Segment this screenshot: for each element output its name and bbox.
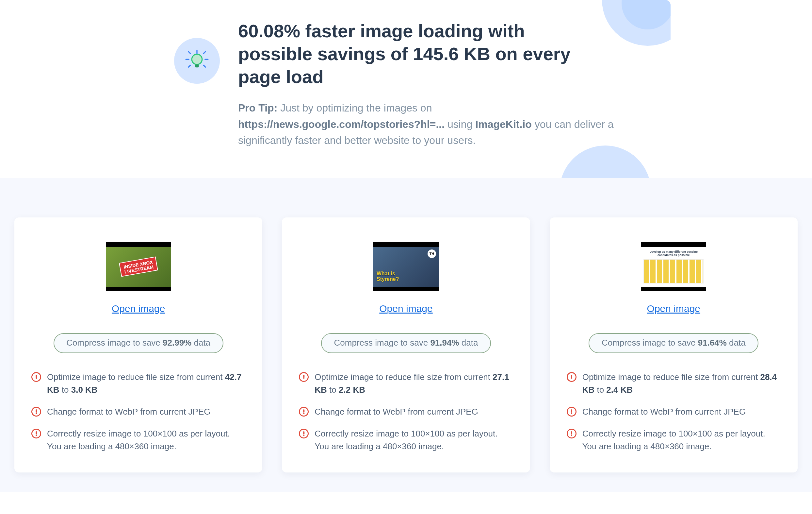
pro-tip-lead: Pro Tip: (238, 102, 277, 114)
thumbnail-caption-line: What is (377, 271, 395, 276)
pro-tip: Pro Tip: Just by optimizing the images o… (238, 100, 630, 149)
issue-fragment: to (59, 385, 71, 395)
thumbnail-source-logo: TH (428, 249, 436, 258)
results-section: INSIDE XBOX LIVESTREAM Open image Compre… (0, 178, 812, 492)
size-to: 2.2 KB (339, 385, 365, 395)
headline-savings: 145.6 KB (413, 44, 490, 64)
issue-text: Change format to WebP from current JPEG (582, 405, 746, 418)
issue-text: Correctly resize image to 100×100 as per… (582, 427, 781, 453)
image-thumbnail: TH What is Styrene? (373, 242, 439, 291)
issue-row: Correctly resize image to 100×100 as per… (299, 427, 513, 453)
image-result-card: TH What is Styrene? Open image Compress … (282, 217, 530, 472)
warning-icon (567, 372, 577, 382)
issue-row: Optimize image to reduce file size from … (31, 371, 245, 396)
svg-line-7 (188, 65, 191, 67)
svg-point-0 (192, 54, 202, 65)
pill-text: data (192, 338, 210, 348)
warning-icon (299, 372, 309, 382)
pill-percent: 92.99% (163, 338, 192, 348)
image-thumbnail: INSIDE XBOX LIVESTREAM (106, 242, 171, 291)
issue-text: Optimize image to reduce file size from … (315, 371, 513, 396)
thumbnail-badge: INSIDE XBOX LIVESTREAM (119, 257, 158, 277)
pill-percent: 91.94% (430, 338, 459, 348)
open-image-link[interactable]: Open image (31, 303, 245, 314)
warning-icon (567, 407, 577, 416)
pill-text: data (727, 338, 746, 348)
warning-icon (299, 407, 309, 416)
svg-rect-1 (195, 64, 199, 67)
image-thumbnail: Develop as many different vaccine candid… (641, 242, 706, 291)
thumbnail-title: Develop as many different vaccine candid… (643, 250, 703, 257)
pro-tip-text: using (444, 118, 475, 130)
warning-icon (31, 372, 41, 382)
pill-percent: 91.64% (698, 338, 727, 348)
thumbnail-caption-line: Styrene? (377, 276, 399, 282)
issue-text: Change format to WebP from current JPEG (47, 405, 210, 418)
pill-text: Compress image to save (66, 338, 163, 348)
compress-savings-pill: Compress image to save 91.94% data (321, 333, 491, 353)
lightbulb-icon (174, 38, 220, 84)
image-result-card: Develop as many different vaccine candid… (550, 217, 798, 472)
issue-row: Optimize image to reduce file size from … (567, 371, 781, 396)
issue-fragment: to (594, 385, 606, 395)
open-image-link[interactable]: Open image (567, 303, 781, 314)
compress-savings-pill: Compress image to save 91.64% data (588, 333, 758, 353)
issue-row: Correctly resize image to 100×100 as per… (31, 427, 245, 453)
open-image-link[interactable]: Open image (299, 303, 513, 314)
issue-row: Correctly resize image to 100×100 as per… (567, 427, 781, 453)
size-to: 3.0 KB (71, 385, 98, 395)
issue-text: Correctly resize image to 100×100 as per… (315, 427, 513, 453)
warning-icon (31, 429, 41, 438)
warning-icon (299, 429, 309, 438)
issue-text: Optimize image to reduce file size from … (47, 371, 245, 396)
image-result-card: INSIDE XBOX LIVESTREAM Open image Compre… (14, 217, 262, 472)
thumbnail-caption: What is Styrene? (377, 271, 399, 282)
pro-tip-text: Just by optimizing the images on (277, 102, 432, 114)
pill-text: Compress image to save (602, 338, 698, 348)
issue-text: Change format to WebP from current JPEG (315, 405, 478, 418)
pill-text: Compress image to save (334, 338, 431, 348)
pro-tip-url: https://news.google.com/topstories?hl=..… (238, 118, 444, 130)
issue-text: Correctly resize image to 100×100 as per… (47, 427, 245, 453)
issue-fragment: to (327, 385, 339, 395)
size-to: 2.4 KB (606, 385, 633, 395)
issue-text: Optimize image to reduce file size from … (582, 371, 781, 396)
issue-fragment: Optimize image to reduce file size from … (582, 372, 760, 382)
brand-name: ImageKit.io (475, 118, 531, 130)
issue-row: Change format to WebP from current JPEG (567, 405, 781, 418)
compress-savings-pill: Compress image to save 92.99% data (54, 333, 224, 353)
svg-line-6 (203, 52, 205, 54)
warning-icon (31, 407, 41, 416)
issue-row: Optimize image to reduce file size from … (299, 371, 513, 396)
warning-icon (567, 429, 577, 438)
decor-circle (559, 145, 651, 178)
issue-fragment: Optimize image to reduce file size from … (315, 372, 493, 382)
issue-row: Change format to WebP from current JPEG (299, 405, 513, 418)
issue-row: Change format to WebP from current JPEG (31, 405, 245, 418)
issue-fragment: Optimize image to reduce file size from … (47, 372, 225, 382)
pill-text: data (459, 338, 478, 348)
thumbnail-chart (643, 259, 703, 283)
svg-line-5 (188, 52, 191, 54)
svg-line-8 (203, 65, 205, 67)
hero-card: 60.08% faster image loading with possibl… (141, 0, 671, 178)
headline-percent: 60.08% (238, 21, 300, 41)
hero-headline: 60.08% faster image loading with possibl… (238, 20, 598, 88)
